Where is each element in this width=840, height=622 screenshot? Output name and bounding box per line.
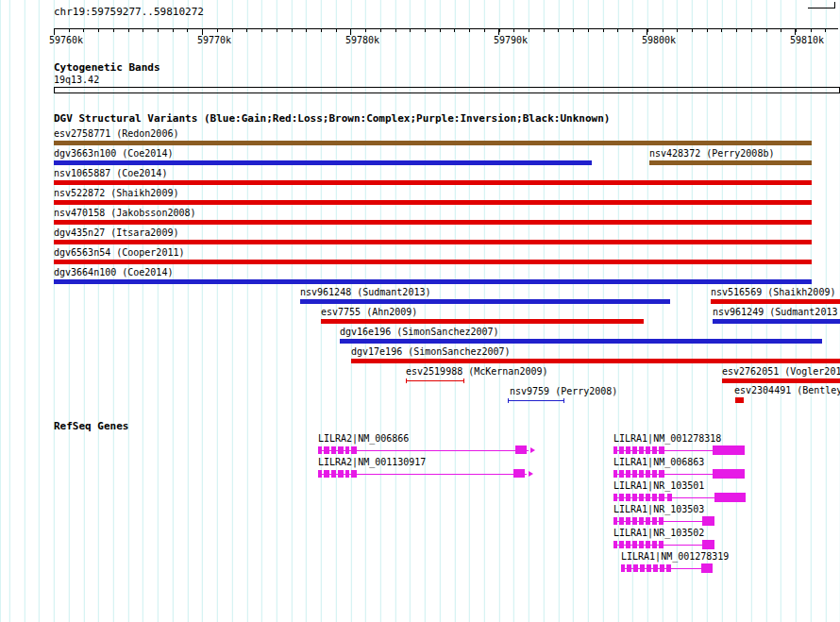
variant-bar-dgv435n27[interactable] [54,240,812,244]
variant-label-dgv435n27[interactable]: dgv435n27 (Itsara2009) [54,227,178,238]
variant-bar-esv7755[interactable] [321,319,644,324]
variant-bar-dgv17e196[interactable] [351,359,840,363]
variant-label-esv2304491[interactable]: esv2304491 (Bentley [734,385,840,395]
variant-bar-esv2762051[interactable] [722,378,840,383]
gene-label-lilra2-nm-001130917[interactable]: LILRA2|NM_001130917 [318,457,426,467]
gene-exon-lilra2-nm-001130917[interactable] [324,470,329,478]
gene-exon-lilra1-nr-103501[interactable] [652,494,657,501]
gene-exon-lilra1-nm-001278319[interactable] [633,564,638,572]
gene-exon-lilra1-nr-103501[interactable] [646,494,650,501]
variant-label-esv7755[interactable]: esv7755 (Ahn2009) [321,307,417,317]
gene-exon-lilra1-nm-001278318[interactable] [619,446,624,454]
gene-exon-lilra1-nr-103501[interactable] [613,494,617,501]
variant-label-nsv961249[interactable]: nsv961249 (Sudmant2013 [713,307,837,317]
gene-exon-lilra1-nr-103502[interactable] [619,541,624,548]
variant-label-dgv3664n100[interactable]: dgv3664n100 (Coe2014) [54,267,173,277]
variant-bar-nsv516569[interactable] [711,299,840,304]
gene-exon-lilra1-nr-103503[interactable] [619,517,624,525]
gene-exon-lilra1-nm-001278318[interactable] [646,446,650,454]
gene-exon-lilra1-nr-103501[interactable] [626,494,630,501]
variant-label-nsv1065887[interactable]: nsv1065887 (Coe2014) [54,168,167,178]
gene-exon-lilra1-nr-103503[interactable] [626,517,630,525]
gene-exon-lilra1-nm-006863[interactable] [632,470,637,478]
gene-exon-lilra1-nr-103503[interactable] [639,517,644,525]
variant-bar-dgv3663n100[interactable] [54,160,592,165]
gene-exon-lilra1-nr-103501[interactable] [659,494,664,501]
gene-exon-lilra1-nr-103502[interactable] [639,541,644,548]
variant-label-nsv516569[interactable]: nsv516569 (Shaikh2009) [711,287,835,297]
variant-bar-nsv522872[interactable] [54,200,812,205]
gene-exon-lilra2-nm-006866[interactable] [345,446,349,454]
gene-exon-lilra2-nm-006866[interactable] [324,446,329,454]
gene-label-lilra1-nr-103502[interactable]: LILRA1|NR_103502 [613,528,704,538]
gene-exon-lilra1-nm-006863[interactable] [713,469,745,479]
variant-range-nsv9759[interactable] [508,398,564,403]
gene-exon-lilra2-nm-001130917[interactable] [331,470,336,478]
gene-exon-lilra2-nm-001130917[interactable] [351,470,357,478]
gene-exon-lilra1-nr-103501[interactable] [639,494,644,501]
variant-label-nsv522872[interactable]: nsv522872 (Shaikh2009) [54,188,178,198]
gene-label-lilra1-nr-103503[interactable]: LILRA1|NR_103503 [613,504,704,514]
gene-exon-lilra2-nm-001130917[interactable] [513,469,525,478]
variant-bar-dgv16e196[interactable] [340,339,822,344]
variant-bar-dgv6563n54[interactable] [54,260,812,264]
gene-exon-lilra1-nm-001278319[interactable] [653,564,658,572]
variant-label-esv2519988[interactable]: esv2519988 (McKernan2009) [406,366,548,377]
variant-bar-nsv961248[interactable] [300,299,670,304]
variant-bar-esv2304491[interactable] [735,397,744,403]
gene-intron-line-lilra2-nm-006866[interactable] [318,450,529,451]
variant-bar-nsv961249[interactable] [713,319,840,324]
variant-label-nsv470158[interactable]: nsv470158 (Jakobsson2008) [54,208,196,218]
gene-exon-lilra1-nr-103501[interactable] [632,494,637,501]
gene-exon-lilra2-nm-001130917[interactable] [345,470,349,478]
variant-label-nsv428372[interactable]: nsv428372 (Perry2008b) [649,148,774,159]
gene-exon-lilra1-nr-103502[interactable] [652,541,657,548]
gene-exon-lilra1-nm-006863[interactable] [626,470,630,478]
gene-exon-lilra1-nr-103503[interactable] [613,517,617,525]
gene-exon-lilra2-nm-006866[interactable] [338,446,344,454]
variant-bar-nsv470158[interactable] [54,220,812,225]
gene-exon-lilra1-nr-103502[interactable] [632,541,637,548]
gene-exon-lilra2-nm-006866[interactable] [318,446,322,454]
variant-label-dgv3663n100[interactable]: dgv3663n100 (Coe2014) [54,148,173,159]
gene-exon-lilra1-nr-103503[interactable] [632,517,637,525]
gene-exon-lilra1-nm-001278318[interactable] [652,446,657,454]
gene-exon-lilra1-nm-006863[interactable] [652,470,657,478]
variant-label-nsv9759[interactable]: nsv9759 (Perry2008) [510,386,617,396]
variant-label-dgv6563n54[interactable]: dgv6563n54 (Cooper2011) [54,247,184,258]
gene-exon-lilra1-nr-103502[interactable] [646,541,650,548]
gene-exon-lilra1-nr-103503[interactable] [702,516,714,526]
variant-label-dgv17e196[interactable]: dgv17e196 (SimonSanchez2007) [351,346,511,357]
gene-exon-lilra1-nm-006863[interactable] [639,470,644,478]
gene-exon-lilra1-nr-103502[interactable] [613,541,617,548]
variant-bar-nsv1065887[interactable] [54,180,812,185]
variant-bar-dgv3664n100[interactable] [54,279,812,284]
gene-exon-lilra1-nm-001278319[interactable] [666,564,671,572]
variant-label-esv2762051[interactable]: esv2762051 (Vogler201 [722,366,840,377]
variant-label-dgv16e196[interactable]: dgv16e196 (SimonSanchez2007) [340,327,499,337]
gene-exon-lilra1-nm-001278318[interactable] [613,446,617,454]
gene-exon-lilra1-nm-006863[interactable] [659,470,664,478]
gene-exon-lilra2-nm-006866[interactable] [351,446,357,454]
gene-exon-lilra1-nr-103503[interactable] [652,517,657,525]
gene-exon-lilra2-nm-001130917[interactable] [338,470,344,478]
gene-label-lilra1-nm-001278318[interactable]: LILRA1|NM_001278318 [613,433,721,444]
gene-exon-lilra1-nm-001278319[interactable] [640,564,645,572]
gene-exon-lilra1-nm-006863[interactable] [613,470,617,478]
gene-label-lilra1-nr-103501[interactable]: LILRA1|NR_103501 [613,480,704,491]
variant-label-esv2758771[interactable]: esv2758771 (Redon2006) [54,128,178,139]
gene-exon-lilra1-nm-001278319[interactable] [621,564,625,572]
gene-exon-lilra1-nm-006863[interactable] [646,470,650,478]
variant-bar-esv2758771[interactable] [54,141,812,145]
gene-exon-lilra1-nm-006863[interactable] [619,470,624,478]
gene-exon-lilra1-nr-103503[interactable] [646,517,650,525]
gene-exon-lilra1-nm-001278319[interactable] [701,563,713,573]
variant-range-esv2519988[interactable] [406,378,464,383]
gene-label-lilra1-nm-006863[interactable]: LILRA1|NM_006863 [613,457,704,467]
gene-exon-lilra1-nr-103501[interactable] [714,493,746,502]
gene-exon-lilra1-nm-001278318[interactable] [713,445,745,455]
gene-exon-lilra1-nr-103502[interactable] [626,541,630,548]
gene-exon-lilra2-nm-006866[interactable] [331,446,336,454]
gene-intron-line-lilra2-nm-001130917[interactable] [318,474,527,475]
gene-exon-lilra2-nm-001130917[interactable] [318,470,322,478]
